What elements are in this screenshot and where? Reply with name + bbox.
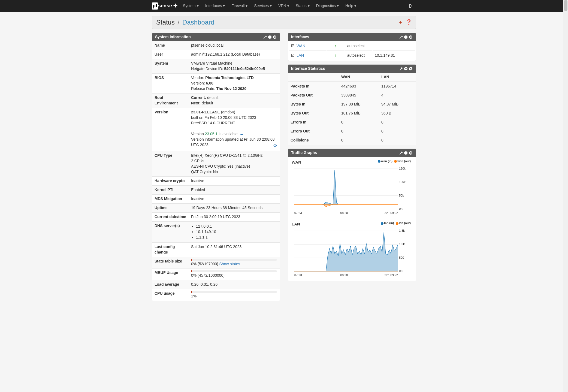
- row-value: 23.01-RELEASE (amd64)built on Fri Feb 10…: [189, 108, 280, 151]
- minimize-icon[interactable]: [404, 35, 408, 39]
- stat-wan: 101.76 MiB: [339, 109, 379, 118]
- row-label: User: [152, 50, 189, 59]
- nav-diagnostics[interactable]: Diagnostics ▾: [313, 0, 342, 12]
- row-value: 127.0.0.110.1.149.101.1.1.1: [189, 221, 280, 242]
- row-value: Vendor: Phoenix Technologies LTDVersion:…: [189, 74, 280, 94]
- breadcrumb-page[interactable]: Dashboard: [182, 19, 214, 26]
- breadcrumb: Status / Dashboard ＋ ❓: [152, 16, 416, 29]
- close-icon[interactable]: [409, 67, 413, 71]
- row-value: 19 Days 23 Hours 38 Minutes 45 Seconds: [189, 203, 280, 212]
- interface-stats-table: WANLANPackets In44246931196714Packets Ou…: [288, 73, 416, 145]
- stat-lan: 0: [379, 136, 416, 145]
- logout-icon[interactable]: [405, 0, 416, 12]
- interfaces-table: ⚂ WAN↑autoselect⚂ LAN↑autoselect10.1.149…: [288, 41, 416, 61]
- row-label: MBUF Usage: [152, 269, 189, 280]
- nav-firewall[interactable]: Firewall ▾: [228, 0, 251, 12]
- stat-wan: 4424693: [339, 82, 379, 91]
- panel-title: Traffic Graphs: [291, 150, 317, 156]
- row-label: DNS server(s): [152, 221, 189, 242]
- svg-text:07:23: 07:23: [294, 211, 302, 215]
- nav-interfaces[interactable]: Interfaces ▾: [202, 0, 228, 12]
- interface-row: ⚂ LAN↑autoselect10.1.149.31: [289, 51, 415, 60]
- row-label: Name: [152, 41, 189, 50]
- nav-vpn[interactable]: VPN ▾: [275, 0, 292, 12]
- network-icon: ⚂: [291, 44, 294, 48]
- interface-row: ⚂ WAN↑autoselect: [289, 42, 415, 51]
- browser-scrollbar[interactable]: [563, 0, 568, 304]
- wrench-icon[interactable]: [263, 35, 267, 39]
- wrench-icon[interactable]: [399, 151, 403, 155]
- svg-text:07:23: 07:23: [294, 273, 302, 277]
- nav-services[interactable]: Services ▾: [251, 0, 275, 12]
- chart-title: WANwan (in) wan (out): [292, 159, 412, 165]
- row-label: System: [152, 59, 189, 74]
- row-label: Last config change: [152, 242, 189, 257]
- show-states-link[interactable]: Show states: [219, 262, 240, 266]
- svg-text:500: 500: [399, 256, 404, 259]
- stat-lan: 360 B: [379, 109, 416, 118]
- stat-label: Errors In: [288, 118, 339, 127]
- arrow-up-icon: ↑: [335, 53, 337, 58]
- row-value: 0% (52/197000) Show states: [189, 257, 280, 269]
- row-value: Current: defaultNext: default: [189, 94, 280, 108]
- minimize-icon[interactable]: [404, 67, 408, 71]
- svg-text:09:22: 09:22: [390, 273, 398, 277]
- row-label: CPU Type: [152, 151, 189, 176]
- row-value: admin@192.168.1.212 (Local Database): [189, 50, 280, 59]
- svg-text:0.0: 0.0: [399, 207, 403, 210]
- wrench-icon[interactable]: [399, 35, 403, 39]
- row-value: Enabled: [189, 185, 280, 194]
- row-label: Current date/time: [152, 212, 189, 221]
- traffic-graphs-panel: Traffic Graphs WANwan (in) wan (out) 0.0…: [288, 149, 416, 281]
- wrench-icon[interactable]: [399, 67, 403, 71]
- stat-label: Bytes In: [288, 100, 339, 109]
- row-value: pfsense.cloud.local: [189, 41, 280, 50]
- stat-label: Packets Out: [288, 91, 339, 100]
- stat-label: Packets In: [288, 82, 339, 91]
- row-label: Load average: [152, 280, 189, 289]
- interface-link[interactable]: WAN: [297, 44, 305, 48]
- stat-lan: 94.37 MiB: [379, 100, 416, 109]
- svg-text:50k: 50k: [399, 194, 404, 197]
- refresh-icon[interactable]: ⟳: [273, 142, 277, 149]
- svg-text:1.0k: 1.0k: [399, 242, 405, 246]
- minimize-icon[interactable]: [404, 151, 408, 155]
- row-label: State table size: [152, 257, 189, 269]
- row-value: Inactive: [189, 194, 280, 203]
- stat-label: Bytes Out: [288, 109, 339, 118]
- chart-title: LANlan (in) lan (out): [292, 221, 412, 227]
- row-value: 0.26, 0.31, 0.26: [189, 280, 280, 289]
- row-value: 1%: [189, 289, 280, 301]
- row-label: Boot Environment: [152, 94, 189, 108]
- svg-text:150k: 150k: [399, 167, 406, 170]
- nav-help[interactable]: Help ▾: [342, 0, 359, 12]
- stat-wan: 0: [339, 127, 379, 136]
- svg-text:09:22: 09:22: [390, 211, 398, 215]
- svg-text:0.0: 0.0: [399, 269, 403, 273]
- stat-lan: 1196714: [379, 82, 416, 91]
- add-widget-icon[interactable]: ＋: [398, 19, 403, 25]
- stat-wan: 0: [339, 118, 379, 127]
- close-icon[interactable]: [409, 151, 413, 155]
- nav-status[interactable]: Status ▾: [292, 0, 313, 12]
- system-info-table: Namepfsense.cloud.localUseradmin@192.168…: [152, 41, 280, 301]
- svg-rect-4: [405, 37, 407, 37]
- row-label: Hardware crypto: [152, 176, 189, 185]
- cloud-download-icon[interactable]: ☁: [240, 132, 243, 136]
- interface-link[interactable]: LAN: [297, 53, 304, 58]
- nav-system[interactable]: System ▾: [180, 0, 202, 12]
- top-navbar: pfsense ✚ System ▾Interfaces ▾Firewall ▾…: [0, 0, 568, 12]
- row-value: Fri Jun 30 2:09:19 UTC 2023: [189, 212, 280, 221]
- help-icon[interactable]: ❓: [406, 19, 412, 25]
- minimize-icon[interactable]: [268, 35, 272, 39]
- stat-wan: 0: [339, 136, 379, 145]
- close-icon[interactable]: [409, 35, 413, 39]
- svg-rect-10: [405, 153, 407, 153]
- svg-text:100k: 100k: [399, 180, 406, 184]
- close-icon[interactable]: [273, 35, 277, 39]
- stat-label: Collisions: [288, 136, 339, 145]
- system-information-panel: System Information Namepfsense.cloud.loc…: [152, 33, 280, 301]
- logo[interactable]: pfsense ✚: [152, 2, 177, 10]
- stat-label: Errors Out: [288, 127, 339, 136]
- panel-title: Interfaces: [291, 34, 309, 40]
